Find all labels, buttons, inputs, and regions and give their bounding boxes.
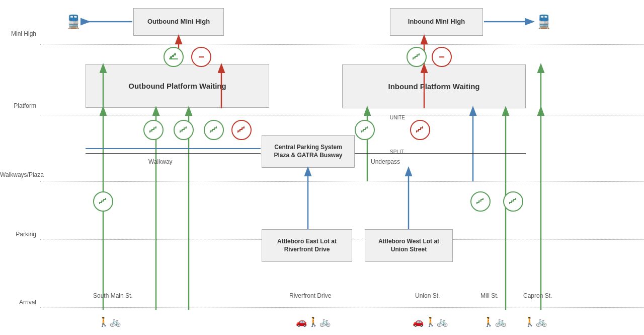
underpass-label: Underpass bbox=[371, 158, 400, 165]
split-label: SPLIT bbox=[390, 149, 404, 155]
mini-high-label: Mini High bbox=[0, 30, 40, 37]
escalator-platform-1 bbox=[143, 120, 164, 140]
arrival-line bbox=[40, 307, 644, 308]
bike-icon-riverfront: 🚲 bbox=[319, 316, 331, 327]
escalator-outbound-mini-green bbox=[164, 47, 184, 67]
person-icon-mill: 🚶 bbox=[483, 316, 494, 327]
riverfront-label: Riverfront Drive bbox=[289, 292, 331, 299]
union-st-label: Union St. bbox=[415, 292, 440, 299]
bike-icon-south-main: 🚲 bbox=[110, 316, 121, 327]
walkways-line bbox=[40, 181, 644, 182]
escalator-inbound-mini-green bbox=[407, 47, 427, 67]
capron-st-label: Capron St. bbox=[523, 292, 552, 299]
person-icon-south-main: 🚶 bbox=[98, 316, 109, 327]
mill-st-label: Mill St. bbox=[480, 292, 499, 299]
elevator-outbound-mini-red: − bbox=[191, 47, 211, 67]
car-icon-union: 🚗 bbox=[413, 316, 424, 327]
escalator-walkways-outbound bbox=[93, 191, 113, 212]
escalator-walkways-inbound-2 bbox=[503, 191, 523, 212]
platform-line bbox=[40, 115, 644, 115]
arrival-label: Arrival bbox=[0, 299, 40, 306]
car-icon-riverfront: 🚗 bbox=[296, 316, 307, 327]
inbound-platform-box: Inbound Platform Waiting bbox=[342, 64, 526, 108]
bike-icon-union: 🚲 bbox=[437, 316, 448, 327]
east-lot-box: Attleboro East Lot at Riverfront Drive bbox=[262, 229, 352, 262]
mini-high-line bbox=[40, 44, 644, 45]
walkway-label: Walkway bbox=[148, 158, 173, 165]
parking-label: Parking bbox=[0, 231, 40, 238]
south-main-label: South Main St. bbox=[93, 292, 133, 299]
elevator-platform-outbound-red bbox=[231, 120, 252, 140]
west-lot-box: Attleboro West Lot at Union Street bbox=[365, 229, 453, 262]
escalator-inbound-platform-1 bbox=[355, 120, 375, 140]
person-icon-riverfront: 🚶 bbox=[308, 316, 319, 327]
bike-icon-mill: 🚲 bbox=[495, 316, 506, 327]
station-diagram: Mini High Platform Walkways/Plaza Parkin… bbox=[0, 0, 644, 335]
train-left-icon: 🚆 bbox=[65, 14, 82, 30]
elevator-inbound-platform-red bbox=[410, 120, 430, 140]
inbound-mini-high-box: Inbound Mini High bbox=[390, 8, 483, 36]
escalator-platform-2 bbox=[174, 120, 194, 140]
outbound-platform-box: Outbound Platform Waiting bbox=[86, 64, 269, 108]
escalator-walkways-inbound-1 bbox=[470, 191, 491, 212]
bike-icon-capron: 🚲 bbox=[536, 316, 547, 327]
person-icon-union: 🚶 bbox=[425, 316, 436, 327]
walkways-plaza-label: Walkways/Plaza bbox=[0, 171, 40, 178]
person-icon-capron: 🚶 bbox=[524, 316, 535, 327]
central-parking-box: Central Parking System Plaza & GATRA Bus… bbox=[262, 135, 355, 168]
svg-rect-23 bbox=[169, 58, 178, 59]
unite-label: UNITE bbox=[390, 115, 405, 120]
platform-label: Platform bbox=[0, 102, 40, 109]
outbound-mini-high-box: Outbound Mini High bbox=[133, 8, 224, 36]
escalator-platform-3 bbox=[204, 120, 224, 140]
elevator-inbound-mini-red: − bbox=[432, 47, 452, 67]
train-right-icon: 🚆 bbox=[536, 14, 552, 30]
